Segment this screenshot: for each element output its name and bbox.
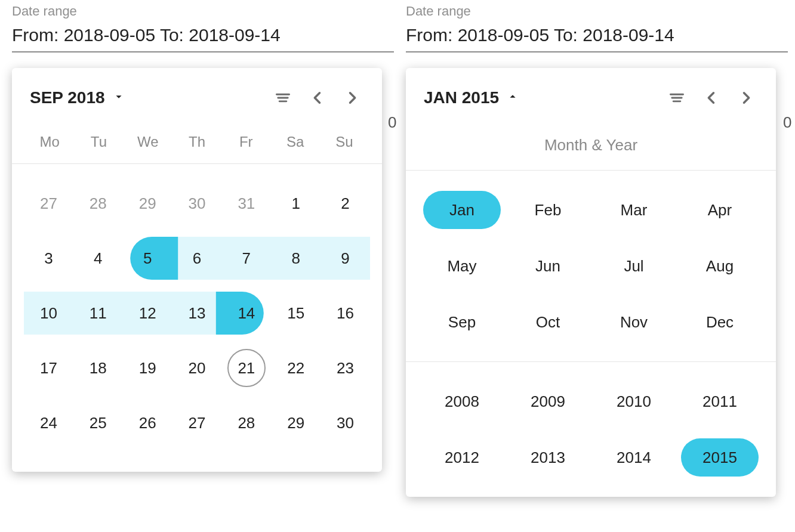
year-option[interactable]: 2014 bbox=[591, 438, 677, 477]
month-option[interactable]: Feb bbox=[505, 191, 591, 229]
calendar-day[interactable]: 19 bbox=[123, 341, 172, 395]
day-number: 20 bbox=[189, 359, 206, 378]
calendar-day[interactable]: 29 bbox=[123, 176, 172, 231]
calendar-day[interactable]: 25 bbox=[73, 395, 123, 450]
prev-button[interactable] bbox=[700, 86, 723, 110]
month-option[interactable]: Aug bbox=[677, 247, 763, 285]
calendar-day[interactable]: 9 bbox=[321, 231, 370, 286]
month-option[interactable]: Sep bbox=[419, 303, 505, 341]
day-number: 8 bbox=[291, 249, 300, 268]
month-option[interactable]: Apr bbox=[677, 191, 763, 229]
month-label: Apr bbox=[708, 201, 732, 219]
calendar-day[interactable]: 6 bbox=[172, 231, 222, 286]
calendar-day[interactable]: 27 bbox=[172, 395, 222, 450]
day-number: 3 bbox=[44, 249, 53, 268]
month-label: Jan bbox=[449, 201, 474, 219]
month-label: Jul bbox=[624, 257, 643, 276]
calendar-day[interactable]: 21 bbox=[221, 341, 271, 395]
year-label: 2010 bbox=[617, 392, 651, 411]
calendar-day[interactable]: 27 bbox=[24, 176, 73, 231]
prev-month-button[interactable] bbox=[306, 86, 329, 110]
calendar-day[interactable]: 29 bbox=[271, 395, 321, 450]
month-year-toggle[interactable]: JAN 2015 bbox=[424, 88, 519, 107]
calendar-day[interactable]: 4 bbox=[73, 231, 123, 286]
weekday-label: Su bbox=[320, 134, 369, 150]
calendar-day[interactable]: 11 bbox=[73, 286, 123, 341]
month-label: May bbox=[447, 257, 476, 276]
calendar-day[interactable]: 28 bbox=[221, 395, 271, 450]
day-number: 18 bbox=[90, 359, 107, 378]
calendar-day[interactable]: 30 bbox=[172, 176, 222, 231]
background-text: 0 bbox=[783, 113, 791, 132]
calendar-day[interactable]: 7 bbox=[221, 231, 271, 286]
date-range-input[interactable]: From: 2018-09-05 To: 2018-09-14 bbox=[12, 25, 394, 52]
month-label: Feb bbox=[535, 201, 562, 219]
date-range-input[interactable]: From: 2018-09-05 To: 2018-09-14 bbox=[406, 25, 788, 52]
year-option[interactable]: 2015 bbox=[677, 438, 763, 477]
calendar-day[interactable]: 8 bbox=[271, 231, 321, 286]
month-option[interactable]: Nov bbox=[591, 303, 677, 341]
month-option[interactable]: Jul bbox=[591, 247, 677, 285]
calendar-day[interactable]: 15 bbox=[271, 286, 321, 341]
month-year-label: SEP 2018 bbox=[30, 88, 105, 107]
calendar-day[interactable]: 31 bbox=[221, 176, 271, 231]
calendar-day[interactable]: 22 bbox=[271, 341, 321, 395]
date-range-panel-right: Date range From: 2018-09-05 To: 2018-09-… bbox=[406, 0, 788, 497]
clear-selection-icon[interactable] bbox=[271, 86, 295, 110]
calendar-day[interactable]: 18 bbox=[73, 341, 123, 395]
year-label: 2015 bbox=[702, 449, 737, 467]
calendar-day[interactable]: 17 bbox=[24, 341, 73, 395]
calendar-popover: SEP 2018 MoTuWeThFrSaSu 2728293031123456… bbox=[12, 68, 382, 472]
year-option[interactable]: 2011 bbox=[677, 382, 763, 420]
month-year-toggle[interactable]: SEP 2018 bbox=[30, 88, 125, 107]
day-number: 10 bbox=[40, 304, 57, 323]
calendar-day[interactable]: 23 bbox=[321, 341, 370, 395]
caret-down-icon bbox=[112, 88, 125, 107]
month-label: Aug bbox=[706, 257, 734, 276]
calendar-day[interactable]: 12 bbox=[123, 286, 172, 341]
calendar-day[interactable]: 24 bbox=[24, 395, 73, 450]
calendar-day[interactable]: 13 bbox=[172, 286, 222, 341]
year-option[interactable]: 2013 bbox=[505, 438, 591, 477]
day-number: 22 bbox=[287, 359, 304, 378]
year-option[interactable]: 2009 bbox=[505, 382, 591, 420]
day-number: 27 bbox=[40, 194, 57, 213]
weekday-header-row: MoTuWeThFrSaSu bbox=[12, 120, 382, 164]
month-option[interactable]: Dec bbox=[677, 303, 763, 341]
calendar-day[interactable]: 20 bbox=[172, 341, 222, 395]
calendar-day[interactable]: 30 bbox=[321, 395, 370, 450]
day-number: 30 bbox=[337, 414, 354, 432]
calendar-day[interactable]: 5 bbox=[123, 231, 172, 286]
year-option[interactable]: 2012 bbox=[419, 438, 505, 477]
month-label: Dec bbox=[706, 313, 734, 332]
clear-selection-icon[interactable] bbox=[665, 86, 689, 110]
weekday-label: Th bbox=[172, 134, 221, 150]
next-month-button[interactable] bbox=[340, 86, 364, 110]
month-option[interactable]: Oct bbox=[505, 303, 591, 341]
month-option[interactable]: Jun bbox=[505, 247, 591, 285]
month-option[interactable]: Mar bbox=[591, 191, 677, 229]
field-label: Date range bbox=[12, 4, 394, 19]
calendar-day[interactable]: 26 bbox=[123, 395, 172, 450]
month-label: Nov bbox=[620, 313, 648, 332]
month-year-label: JAN 2015 bbox=[424, 88, 499, 107]
month-option[interactable]: May bbox=[419, 247, 505, 285]
year-grid: 20082009201020112012201320142015 bbox=[406, 362, 776, 497]
day-number: 28 bbox=[90, 194, 107, 213]
calendar-day[interactable]: 10 bbox=[24, 286, 73, 341]
day-number: 30 bbox=[189, 194, 206, 213]
year-option[interactable]: 2010 bbox=[591, 382, 677, 420]
next-button[interactable] bbox=[734, 86, 758, 110]
calendar-day[interactable]: 16 bbox=[321, 286, 370, 341]
calendar-day[interactable]: 2 bbox=[321, 176, 370, 231]
calendar-day[interactable]: 1 bbox=[271, 176, 321, 231]
weekday-label: Tu bbox=[74, 134, 123, 150]
calendar-day[interactable]: 14 bbox=[221, 286, 271, 341]
day-number: 19 bbox=[139, 359, 156, 378]
weekday-label: Sa bbox=[270, 134, 319, 150]
month-option[interactable]: Jan bbox=[419, 191, 505, 229]
month-label: Jun bbox=[535, 257, 560, 276]
calendar-day[interactable]: 3 bbox=[24, 231, 73, 286]
year-option[interactable]: 2008 bbox=[419, 382, 505, 420]
calendar-day[interactable]: 28 bbox=[73, 176, 123, 231]
